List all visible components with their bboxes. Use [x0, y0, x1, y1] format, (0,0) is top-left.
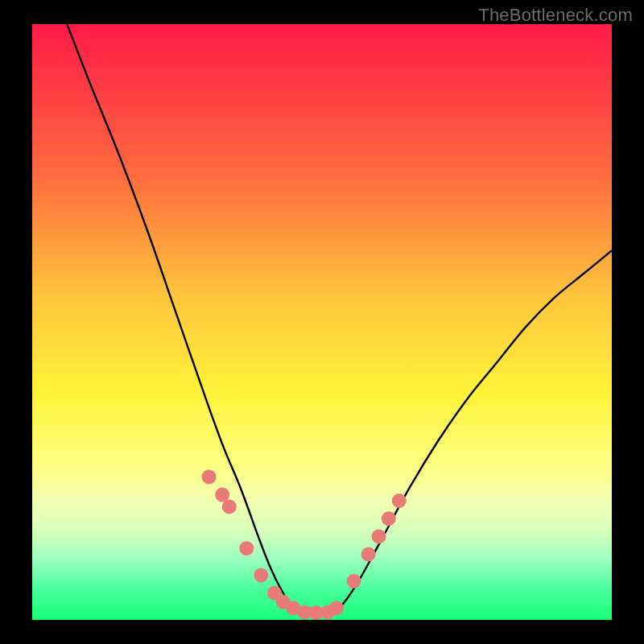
highlight-dot — [239, 541, 254, 555]
chart-frame: TheBottleneck.com — [0, 0, 644, 644]
highlight-dot — [202, 469, 217, 484]
highlight-dot — [347, 574, 361, 588]
highlight-dot — [392, 493, 407, 508]
highlight-dot — [254, 568, 268, 583]
highlight-dot — [382, 511, 396, 526]
highlight-dot — [361, 547, 376, 562]
bottleneck-curve-path — [67, 24, 612, 614]
curve-svg — [32, 24, 612, 620]
watermark-text: TheBottleneck.com — [478, 5, 633, 26]
plot-area — [32, 24, 612, 620]
highlight-dot — [329, 601, 344, 615]
highlight-dots-group — [202, 469, 407, 620]
highlight-dot — [372, 529, 386, 543]
highlight-dot — [222, 499, 237, 514]
